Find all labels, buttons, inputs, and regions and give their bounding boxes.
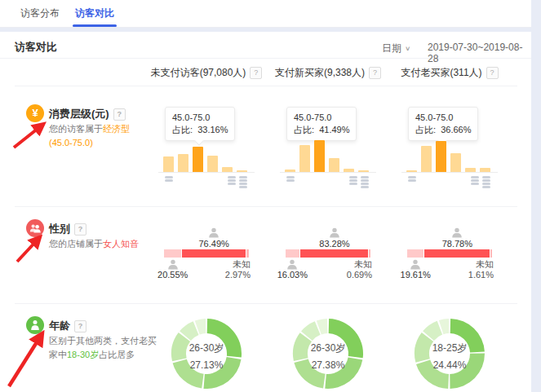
bar-tooltip: 45.0-75.0 占比: 33.16% bbox=[165, 107, 235, 141]
bar bbox=[329, 158, 339, 172]
tooltip-share: 占比: 36.66% bbox=[415, 124, 471, 136]
unknown-share: 未知 1.61% bbox=[468, 259, 494, 280]
x-axis bbox=[280, 172, 376, 173]
coins-mid-icon bbox=[349, 175, 357, 185]
unknown-percent: 0.69% bbox=[347, 270, 372, 280]
coins-high-icon bbox=[361, 175, 369, 188]
unknown-share: 未知 2.97% bbox=[225, 259, 251, 280]
visitor-compare-card: 访客对比 日期∨ 2019-07-30~2019-08-28 未支付访客(97,… bbox=[0, 32, 531, 392]
tooltip-range: 45.0-75.0 bbox=[415, 112, 471, 124]
help-icon[interactable]: ? bbox=[74, 320, 86, 333]
date-filter-dropdown[interactable]: 日期∨ bbox=[382, 42, 410, 55]
age-center-label: 26-30岁 bbox=[145, 341, 268, 355]
column-header-label: 支付老买家(311人) bbox=[401, 67, 481, 78]
bar bbox=[163, 156, 174, 172]
female-segment bbox=[424, 249, 490, 258]
annotation-arrow bbox=[13, 233, 47, 266]
bar bbox=[178, 154, 188, 172]
gender-title: 性别? bbox=[49, 222, 86, 236]
column-header-repeat-buyers: 支付老买家(311人)? bbox=[388, 66, 511, 80]
male-percent: 19.61% bbox=[395, 270, 436, 280]
age-donut-chart-2: 18-25岁 24.44% bbox=[388, 316, 511, 392]
tooltip-range: 45.0-75.0 bbox=[294, 112, 349, 124]
coins-mid-icon bbox=[228, 175, 236, 185]
unknown-share: 未知 0.69% bbox=[347, 259, 372, 280]
age-center-value: 27.13% bbox=[145, 359, 268, 371]
gender-stacked-bar-0: 76.49% 20.55% 未知 2.97% bbox=[145, 227, 268, 280]
unknown-segment bbox=[369, 249, 370, 258]
gender-bar bbox=[286, 249, 370, 258]
male-icon bbox=[286, 259, 298, 270]
column-header-label: 未支付访客(97,080人) bbox=[151, 67, 246, 78]
help-icon[interactable]: ? bbox=[113, 108, 126, 121]
bar bbox=[193, 147, 203, 172]
help-icon[interactable]: ? bbox=[74, 223, 86, 236]
coins-high-icon bbox=[239, 175, 247, 188]
bar bbox=[299, 145, 310, 172]
help-icon[interactable]: ? bbox=[250, 67, 262, 79]
gender-stacked-bar-1: 83.28% 16.03% 未知 0.69% bbox=[267, 227, 389, 280]
tooltip-range: 45.0-75.0 bbox=[172, 112, 228, 124]
tab-visitor-distribution[interactable]: 访客分布 bbox=[20, 0, 60, 27]
age-center-label: 26-30岁 bbox=[267, 341, 389, 355]
unknown-label: 未知 bbox=[225, 259, 251, 270]
row-separator bbox=[15, 303, 517, 304]
help-icon[interactable]: ? bbox=[369, 67, 381, 79]
bar bbox=[421, 146, 432, 172]
male-segment bbox=[286, 249, 299, 258]
coins-low-icon bbox=[165, 175, 173, 182]
help-icon[interactable]: ? bbox=[486, 67, 499, 79]
gender-bar bbox=[164, 249, 249, 258]
coins-low-icon bbox=[408, 175, 416, 182]
female-percent: 83.28% bbox=[314, 239, 355, 249]
female-segment bbox=[300, 249, 368, 258]
female-percent: 76.49% bbox=[193, 239, 234, 249]
consumption-bar-chart-0: 45.0-75.0 占比: 33.16% bbox=[145, 107, 268, 195]
bar bbox=[450, 153, 461, 172]
bar-group bbox=[163, 138, 250, 172]
female-icon bbox=[329, 227, 340, 238]
bar bbox=[207, 156, 218, 172]
female-segment bbox=[182, 249, 246, 258]
visitor-compare-page: 访客分布 访客对比 访客对比 日期∨ 2019-07-30~2019-08-28… bbox=[0, 0, 541, 392]
card-header: 访客对比 日期∨ 2019-07-30~2019-08-28 bbox=[0, 32, 531, 59]
bar bbox=[314, 140, 325, 172]
age-subtitle: 区别于其他两类，支付老买家中18-30岁占比居多 bbox=[49, 334, 158, 362]
annotation-arrow bbox=[5, 329, 49, 391]
unknown-percent: 1.61% bbox=[468, 270, 494, 280]
row-separator bbox=[15, 206, 517, 207]
male-icon bbox=[167, 259, 179, 270]
column-header-new-buyers: 支付新买家(9,338人)? bbox=[267, 66, 389, 80]
x-axis bbox=[401, 172, 498, 173]
coins-high-icon bbox=[482, 175, 490, 188]
tab-visitor-compare[interactable]: 访客对比 bbox=[75, 0, 114, 27]
female-percent: 78.78% bbox=[437, 239, 477, 249]
row-title-text: 消费层级(元) bbox=[49, 108, 109, 120]
male-segment bbox=[407, 249, 423, 258]
tooltip-share: 占比: 41.49% bbox=[294, 124, 349, 136]
consumption-bar-chart-1: 45.0-75.0 占比: 41.49% bbox=[267, 107, 389, 195]
panel-title: 访客对比 bbox=[15, 40, 57, 55]
x-axis bbox=[158, 172, 255, 173]
row-title-text: 年龄 bbox=[49, 319, 70, 332]
male-segment bbox=[164, 249, 181, 258]
age-center-value: 24.44% bbox=[388, 359, 511, 371]
date-range-value[interactable]: 2019-07-30~2019-08-28 bbox=[428, 42, 531, 64]
consumption-level-title: 消费层级(元)? bbox=[49, 107, 126, 121]
unknown-label: 未知 bbox=[347, 259, 372, 270]
unknown-segment bbox=[246, 249, 249, 258]
male-percent: 16.03% bbox=[272, 270, 313, 280]
bar bbox=[436, 141, 446, 172]
male-percent: 20.55% bbox=[153, 270, 193, 280]
age-center-label: 18-25岁 bbox=[388, 341, 511, 355]
bar-group bbox=[285, 138, 371, 172]
age-donut-chart-1: 26-30岁 27.38% bbox=[267, 316, 389, 392]
row-separator bbox=[15, 86, 517, 86]
gender-bar bbox=[407, 249, 492, 258]
bar-group bbox=[406, 138, 493, 172]
female-icon bbox=[208, 227, 220, 238]
female-icon bbox=[451, 227, 463, 238]
unknown-segment bbox=[490, 249, 492, 258]
coins-low-icon bbox=[286, 175, 295, 182]
row-title-text: 性别 bbox=[49, 222, 70, 235]
